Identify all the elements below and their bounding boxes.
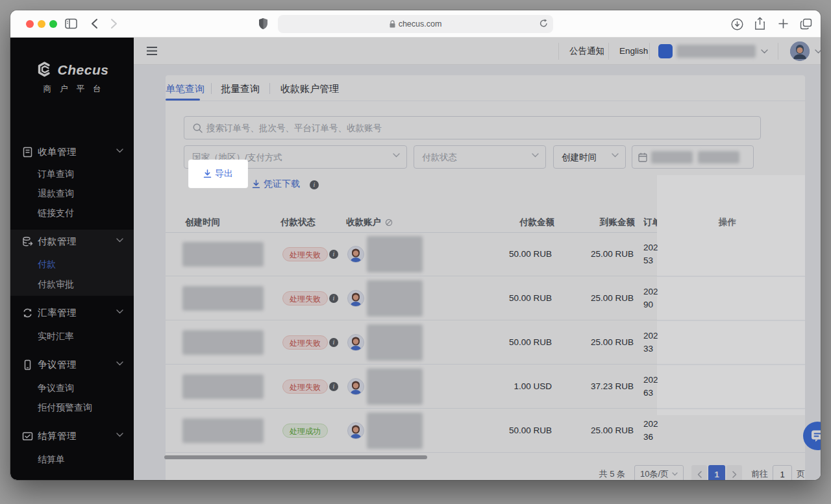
browser-toolbar: checus.com (10, 10, 821, 38)
address-bar[interactable]: checus.com (278, 15, 553, 33)
action-column-redaction (657, 175, 805, 415)
reload-icon[interactable] (540, 19, 548, 28)
tab-overview-icon[interactable] (800, 18, 812, 30)
share-icon[interactable] (754, 17, 765, 30)
url-host: checus.com (399, 19, 442, 29)
export-button[interactable]: 导出 (203, 168, 233, 180)
forward-icon[interactable] (110, 18, 118, 29)
sidebar-toggle-icon[interactable] (65, 18, 77, 29)
export-button-spotlight: 导出 (189, 160, 247, 187)
new-tab-icon[interactable] (778, 18, 789, 29)
lock-icon (390, 20, 395, 28)
downloads-icon[interactable] (731, 18, 743, 30)
browser-window: checus.com Checus (10, 10, 821, 480)
zoom-window-button[interactable] (49, 20, 57, 28)
privacy-shield-icon[interactable] (258, 18, 268, 30)
download-icon (203, 169, 212, 178)
minimize-window-button[interactable] (38, 20, 45, 28)
back-icon[interactable] (91, 18, 98, 29)
close-window-button[interactable] (26, 20, 34, 28)
